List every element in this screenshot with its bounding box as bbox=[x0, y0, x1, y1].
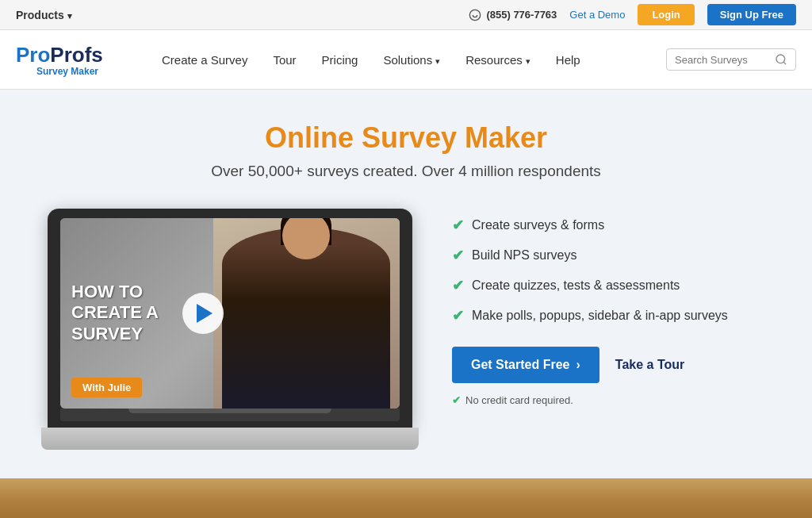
svg-point-0 bbox=[470, 10, 481, 20]
feature-item-3: ✔ Create quizzes, tests & assessments bbox=[452, 277, 764, 294]
hero-right: ✔ Create surveys & forms ✔ Build NPS sur… bbox=[452, 209, 764, 406]
products-label: Products bbox=[16, 9, 64, 21]
logo: ProProfs Survey Maker bbox=[16, 43, 119, 77]
person-head bbox=[282, 218, 330, 259]
person-graphic bbox=[213, 218, 400, 409]
search-input[interactable] bbox=[675, 54, 770, 66]
svg-line-2 bbox=[783, 62, 786, 64]
feature-item-1: ✔ Create surveys & forms bbox=[452, 217, 764, 234]
arrow-icon: › bbox=[576, 358, 580, 372]
resources-chevron-icon bbox=[526, 53, 530, 67]
top-bar-right: (855) 776-7763 Get a Demo Login Sign Up … bbox=[469, 4, 796, 25]
signup-button[interactable]: Sign Up Free bbox=[707, 4, 796, 25]
logo-pro: Pro bbox=[16, 43, 50, 67]
laptop-outer: HOW TO CREATE A SURVEY With Julie bbox=[48, 209, 412, 428]
nav-solutions[interactable]: Solutions bbox=[372, 47, 451, 73]
no-credit-card-note: ✔ No credit card required. bbox=[452, 394, 764, 406]
feature-text-2: Build NPS surveys bbox=[472, 248, 577, 263]
with-julie-badge: With Julie bbox=[71, 378, 142, 397]
nav-tour[interactable]: Tour bbox=[262, 47, 307, 73]
hero-subtitle: Over 50,000+ surveys created. Over 4 mil… bbox=[48, 163, 764, 180]
nav-create-survey[interactable]: Create a Survey bbox=[151, 47, 259, 73]
laptop-base bbox=[60, 409, 400, 421]
get-demo-link[interactable]: Get a Demo bbox=[569, 9, 625, 21]
nav-bar: ProProfs Survey Maker Create a Survey To… bbox=[0, 30, 812, 90]
hero-title: Online Survey Maker bbox=[48, 121, 764, 155]
no-cc-check-icon: ✔ bbox=[452, 394, 461, 406]
check-icon-1: ✔ bbox=[452, 217, 464, 234]
no-cc-text: No credit card required. bbox=[465, 394, 573, 406]
nav-pricing[interactable]: Pricing bbox=[311, 47, 370, 73]
check-icon-2: ✔ bbox=[452, 247, 464, 264]
phone-icon bbox=[469, 9, 481, 21]
video-how-to-text: HOW TO CREATE A SURVEY bbox=[71, 282, 159, 344]
top-bar: Products (855) 776-7763 Get a Demo Login… bbox=[0, 0, 812, 30]
hero-section: Online Survey Maker Over 50,000+ surveys… bbox=[0, 90, 812, 478]
top-bar-left: Products bbox=[16, 9, 72, 21]
products-chevron-icon bbox=[67, 9, 72, 21]
search-area bbox=[666, 48, 796, 71]
play-button[interactable] bbox=[182, 293, 224, 334]
svg-point-1 bbox=[776, 55, 785, 63]
feature-list: ✔ Create surveys & forms ✔ Build NPS sur… bbox=[452, 217, 764, 324]
feature-item-4: ✔ Make polls, popups, sidebar & in-app s… bbox=[452, 307, 764, 324]
phone-area: (855) 776-7763 bbox=[469, 9, 557, 21]
nav-help[interactable]: Help bbox=[545, 47, 592, 73]
login-button[interactable]: Login bbox=[638, 4, 694, 25]
play-icon bbox=[197, 304, 213, 323]
feature-text-1: Create surveys & forms bbox=[472, 218, 604, 232]
search-icon bbox=[775, 53, 787, 66]
laptop-mockup: HOW TO CREATE A SURVEY With Julie bbox=[48, 209, 412, 450]
logo-wordmark: ProProfs bbox=[16, 43, 119, 67]
logo-sub: Survey Maker bbox=[16, 66, 119, 77]
check-icon-4: ✔ bbox=[452, 307, 464, 324]
nav-resources[interactable]: Resources bbox=[454, 47, 542, 73]
get-started-label: Get Started Free bbox=[471, 358, 569, 372]
wood-surface bbox=[0, 478, 812, 518]
laptop-keyboard bbox=[41, 428, 419, 450]
laptop-screen: HOW TO CREATE A SURVEY With Julie bbox=[60, 218, 400, 409]
phone-number: (855) 776-7763 bbox=[486, 9, 557, 21]
hero-cta: Get Started Free › Take a Tour bbox=[452, 347, 764, 383]
person-silhouette bbox=[222, 228, 390, 409]
nav-links: Create a Survey Tour Pricing Solutions R… bbox=[151, 47, 666, 73]
check-icon-3: ✔ bbox=[452, 277, 464, 294]
hero-content: HOW TO CREATE A SURVEY With Julie bbox=[48, 209, 764, 450]
logo-profs: Profs bbox=[50, 43, 102, 67]
get-started-button[interactable]: Get Started Free › bbox=[452, 347, 599, 383]
take-tour-link[interactable]: Take a Tour bbox=[615, 358, 684, 372]
solutions-chevron-icon bbox=[435, 53, 440, 67]
feature-item-2: ✔ Build NPS surveys bbox=[452, 247, 764, 264]
feature-text-4: Make polls, popups, sidebar & in-app sur… bbox=[472, 309, 728, 323]
video-text-overlay: HOW TO CREATE A SURVEY bbox=[71, 282, 159, 344]
feature-text-3: Create quizzes, tests & assessments bbox=[472, 278, 680, 293]
products-button[interactable]: Products bbox=[16, 9, 72, 21]
